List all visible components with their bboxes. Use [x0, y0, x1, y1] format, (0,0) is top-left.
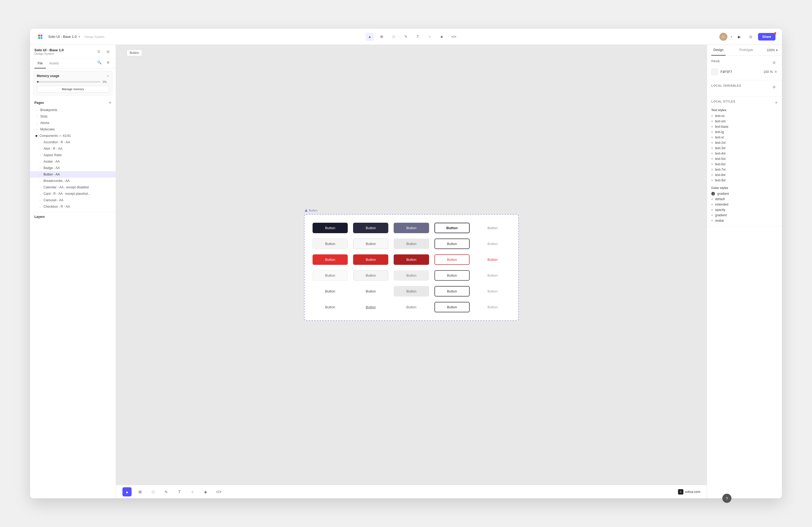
- page-item-badge[interactable]: → Badge - AA: [30, 165, 116, 171]
- tab-prototype[interactable]: Prototype: [737, 45, 755, 56]
- button-ghost-2[interactable]: Button: [353, 270, 388, 281]
- style-text-base[interactable]: text-base: [711, 124, 778, 129]
- color-style-opacity[interactable]: opacity: [711, 207, 778, 212]
- code-tool[interactable]: </>: [450, 33, 458, 41]
- button-red[interactable]: Button: [313, 254, 348, 265]
- page-item-components[interactable]: Components — 41/41: [30, 133, 116, 139]
- button-ghost-text[interactable]: Button: [475, 270, 510, 281]
- zoom-control[interactable]: 100% ▾: [767, 48, 778, 52]
- style-text-8xl[interactable]: text-8xl: [711, 172, 778, 178]
- page-item-molecules[interactable]: → Molecules: [30, 126, 116, 133]
- component-tool[interactable]: ◈: [438, 33, 446, 41]
- button-underline-3[interactable]: Button: [394, 302, 429, 312]
- style-text-3xl[interactable]: text-3xl: [711, 146, 778, 151]
- style-text-xs[interactable]: text-xs: [711, 113, 778, 119]
- select-tool[interactable]: ▲: [366, 33, 374, 41]
- tab-design[interactable]: Design: [711, 45, 726, 56]
- page-item-card[interactable]: → Card - R - AA - except placehol...: [30, 191, 116, 197]
- button-light-border[interactable]: Button: [353, 239, 388, 249]
- page-color-hex[interactable]: F4F5F7: [721, 70, 732, 74]
- page-item-breakpoints[interactable]: → Breakpoints: [30, 107, 116, 113]
- style-text-sm[interactable]: text-sm: [711, 119, 778, 124]
- button-flat-outlined[interactable]: Button: [434, 286, 470, 297]
- grid-tool[interactable]: ⊞: [135, 487, 145, 496]
- vector-tool[interactable]: ✎: [162, 487, 171, 496]
- button-light-darker[interactable]: Button: [394, 239, 429, 249]
- button-ghost-outlined[interactable]: Button: [434, 270, 470, 281]
- button-dark-light[interactable]: Button: [394, 223, 429, 233]
- button-dark-solid[interactable]: Button: [313, 223, 348, 233]
- page-item-alert[interactable]: → Alert - R - AA: [30, 146, 116, 152]
- inspect-button[interactable]: ⊙: [747, 33, 755, 41]
- color-style-extended[interactable]: extended: [711, 202, 778, 207]
- code-view[interactable]: </>: [214, 487, 223, 496]
- share-button[interactable]: Share: [758, 33, 775, 41]
- button-red-2[interactable]: Button: [353, 254, 388, 265]
- page-item-button[interactable]: → Button - AA: [30, 171, 116, 178]
- button-flat-1[interactable]: Button: [313, 286, 348, 297]
- help-button[interactable]: ?: [722, 494, 731, 503]
- add-page-button[interactable]: +: [108, 100, 112, 105]
- local-variables-settings[interactable]: ⚙: [771, 84, 778, 90]
- frame-tool[interactable]: ⊞: [378, 33, 386, 41]
- page-item-accordion[interactable]: → Accordion - R - AA: [30, 139, 116, 146]
- style-text-4xl[interactable]: text-4xl: [711, 151, 778, 156]
- page-item-avatar[interactable]: → Avatar - AA: [30, 158, 116, 165]
- button-flat-3[interactable]: Button: [394, 286, 429, 297]
- button-ghost-1[interactable]: Button: [313, 270, 348, 281]
- add-style-button[interactable]: +: [775, 100, 778, 105]
- style-text-9xl[interactable]: text-9xl: [711, 178, 778, 183]
- button-flat-text[interactable]: Button: [475, 286, 510, 297]
- page-item-slots[interactable]: → Slots: [30, 113, 116, 120]
- view-toggle[interactable]: ⊞: [104, 48, 112, 55]
- add-page-icon[interactable]: ⊕: [104, 59, 112, 66]
- text-tool[interactable]: T: [175, 487, 184, 496]
- tab-file[interactable]: File: [34, 59, 46, 69]
- button-light-outlined[interactable]: Button: [434, 239, 470, 249]
- style-text-7xl[interactable]: text-7xl: [711, 167, 778, 172]
- sidebar-toggle[interactable]: ☰: [95, 48, 102, 55]
- canvas-area[interactable]: Button Button Button Button Button Butto…: [116, 45, 707, 498]
- page-item-checkbox[interactable]: → Checkbox - R - AA: [30, 204, 116, 210]
- preview-button[interactable]: ▶: [736, 33, 743, 41]
- style-text-lg[interactable]: text-lg: [711, 129, 778, 135]
- button-flat-2[interactable]: Button: [353, 286, 388, 297]
- search-button[interactable]: 🔍: [96, 59, 103, 66]
- style-text-5xl[interactable]: text-5xl: [711, 156, 778, 162]
- button-light-ghost[interactable]: Button: [475, 239, 510, 249]
- style-text-2xl[interactable]: text-2xl: [711, 140, 778, 146]
- button-red-dark[interactable]: Button: [394, 254, 429, 265]
- style-text-xl[interactable]: text-xl: [711, 135, 778, 140]
- tab-assets[interactable]: Assets: [46, 59, 62, 69]
- cursor-tool[interactable]: ▲: [122, 487, 132, 496]
- color-style-gradient-1[interactable]: gradient: [711, 191, 778, 196]
- button-underline-1[interactable]: Button: [313, 302, 348, 312]
- style-text-6xl[interactable]: text-6xl: [711, 162, 778, 167]
- file-title[interactable]: Solo UI - Base 1.0 ▾: [48, 35, 80, 39]
- text-tool[interactable]: T: [414, 33, 422, 41]
- page-settings-button[interactable]: ⚙: [771, 59, 778, 66]
- page-item-atoms[interactable]: → Atoms: [30, 120, 116, 126]
- rect-tool[interactable]: □: [149, 487, 158, 496]
- button-red-ghost[interactable]: Button: [475, 254, 510, 265]
- page-item-breadcrumbs[interactable]: → Breadcrumbs - AA: [30, 178, 116, 184]
- pen-tool[interactable]: ✎: [402, 33, 410, 41]
- oval-tool[interactable]: ○: [188, 487, 197, 496]
- button-ghost-3[interactable]: Button: [394, 270, 429, 281]
- button-dark-ghost[interactable]: Button: [475, 223, 510, 233]
- button-underline-2[interactable]: Button: [353, 302, 388, 312]
- button-underline-outlined[interactable]: Button: [434, 302, 470, 312]
- color-style-avatar[interactable]: avatar: [711, 218, 778, 223]
- color-style-default[interactable]: default: [711, 196, 778, 202]
- page-item-aspect-ratio[interactable]: → Aspect Ratio: [30, 152, 116, 158]
- ellipse-tool[interactable]: ○: [426, 33, 434, 41]
- button-dark-bordered[interactable]: Button: [434, 223, 470, 233]
- component-insert[interactable]: ◈: [201, 487, 210, 496]
- page-item-calendar[interactable]: → Calendar - AA - except disabled: [30, 184, 116, 191]
- page-color-swatch[interactable]: [711, 69, 718, 75]
- user-avatar[interactable]: U: [719, 33, 727, 41]
- shape-tool[interactable]: □: [390, 33, 398, 41]
- button-red-outline[interactable]: Button: [434, 254, 470, 265]
- memory-close-button[interactable]: ×: [107, 74, 109, 78]
- button-light[interactable]: Button: [313, 239, 348, 249]
